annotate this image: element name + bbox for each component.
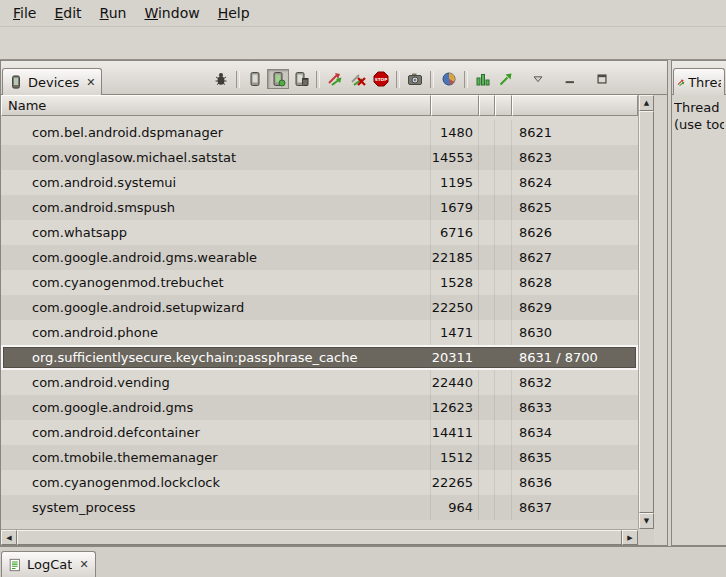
table-row[interactable]: com.vonglasow.michael.satstat 14553 8623 [1,145,638,170]
process-pid: 964 [431,495,479,520]
allocation-tracker-button[interactable] [472,69,494,89]
horizontal-scroll-thumb[interactable] [17,530,622,545]
process-port: 8629 [512,295,638,320]
scroll-down-arrow[interactable]: ▼ [639,513,654,529]
svg-text:STOP: STOP [375,77,388,82]
table-row[interactable]: com.google.android.gms.wearable 22185 86… [1,245,638,270]
process-name: com.android.defcontainer [1,420,431,445]
process-port: 8637 [512,495,638,520]
main-area: Devices ✕ [0,60,726,546]
bug-icon [213,71,229,87]
update-heap-phone-icon [247,71,263,87]
close-icon[interactable]: ✕ [84,76,95,89]
screen-capture-button[interactable] [404,69,426,89]
cause-gc-button[interactable] [290,69,312,89]
devices-panel: Devices ✕ [0,60,668,546]
blank-cell [495,395,512,420]
heap-updates-toggle-button[interactable] [267,69,289,89]
table-row[interactable]: system_process 964 8637 [1,495,638,520]
process-pid: 1679 [431,195,479,220]
process-pid: 22440 [431,370,479,395]
column-header-port[interactable] [512,95,638,116]
table-row[interactable]: com.android.phone 1471 8630 [1,320,638,345]
blank-cell [479,220,495,245]
chevron-down-icon [531,72,545,86]
blank-cell [495,270,512,295]
table-row[interactable]: com.android.smspush 1679 8625 [1,195,638,220]
scroll-left-arrow[interactable]: ◀ [1,530,17,545]
close-icon[interactable]: ✕ [77,558,88,571]
column-header-blank2[interactable] [495,95,512,116]
update-heap-button[interactable] [244,69,266,89]
table-row[interactable]: com.android.vending 22440 8632 [1,370,638,395]
process-name: com.bel.android.dspmanager [1,120,431,145]
system-info-button[interactable] [438,69,460,89]
process-name: com.google.android.gms.wearable [1,245,431,270]
scrollbar-corner [638,529,654,545]
blank-cell [479,395,495,420]
maximize-button[interactable] [591,69,613,89]
toolbar-separator [464,71,468,88]
system-info-pie-icon [441,71,457,87]
minimize-button[interactable] [559,69,581,89]
tab-devices[interactable]: Devices ✕ [2,68,102,95]
table-row[interactable]: com.cyanogenmod.lockclock 22265 8636 [1,470,638,495]
process-pid: 14553 [431,145,479,170]
menu-help[interactable]: Help [209,2,259,24]
method-profiling-button[interactable] [495,69,517,89]
toolbar-separator [316,71,320,88]
menu-edit[interactable]: Edit [45,2,90,24]
blank-cell [479,495,495,520]
view-menu-button[interactable] [527,69,549,89]
table-row[interactable]: com.bel.android.dspmanager 1480 8621 [1,120,638,145]
menu-file[interactable]: File [4,2,45,24]
column-header-blank1[interactable] [479,95,495,116]
scroll-right-arrow[interactable]: ▶ [622,530,638,545]
threads-panel: Threads Thread updates not enabled for s… [671,60,726,546]
process-name: com.tmobile.thememanager [1,445,431,470]
process-name: com.android.vending [1,370,431,395]
menu-bar: FileEditRunWindowHelp [0,0,726,27]
process-pid: 22185 [431,245,479,270]
process-port: 8625 [512,195,638,220]
process-pid: 1195 [431,170,479,195]
threads-message-line1: Thread updates not enabled for selected … [674,99,724,116]
blank-cell [479,345,495,370]
vertical-scroll-thumb[interactable] [639,111,654,513]
table-row[interactable]: com.android.systemui 1195 8624 [1,170,638,195]
table-row[interactable]: com.google.android.setupwizard 22250 862… [1,295,638,320]
table-row[interactable]: com.cyanogenmod.trebuchet 1528 8628 [1,270,638,295]
process-pid: 1471 [431,320,479,345]
scroll-up-arrow[interactable]: ▲ [639,95,654,111]
process-name: com.google.android.gms [1,395,431,420]
table-row[interactable]: com.google.android.gms 12623 8633 [1,395,638,420]
vertical-scrollbar[interactable]: ▲ ▼ [638,95,654,529]
column-header-name[interactable]: Name [1,95,431,116]
update-threads-button[interactable] [324,69,346,89]
blank-cell [495,445,512,470]
table-row[interactable]: com.tmobile.thememanager 1512 8635 [1,445,638,470]
blank-cell [495,470,512,495]
stop-process-button[interactable]: STOP [370,69,392,89]
process-name: com.whatsapp [1,220,431,245]
process-port: 8624 [512,170,638,195]
horizontal-scrollbar[interactable]: ◀ ▶ [1,529,638,545]
debug-process-button[interactable] [210,69,232,89]
blank-cell [479,420,495,445]
tab-logcat[interactable]: LogCat ✕ [1,551,96,577]
process-port: 8631 / 8700 [512,345,638,370]
column-header-pid[interactable] [431,95,479,116]
table-row[interactable]: com.android.defcontainer 14411 8634 [1,420,638,445]
maximize-icon [595,72,609,86]
process-pid: 1528 [431,270,479,295]
menu-window[interactable]: Window [135,2,208,24]
table-body: com.bel.android.dspmanager 1480 8621 com… [1,116,638,529]
blank-cell [479,245,495,270]
table-row[interactable]: org.sufficientlysecure.keychain:passphra… [1,345,638,370]
menu-run[interactable]: Run [91,2,136,24]
toolbar-separator [430,71,434,88]
blank-cell [479,170,495,195]
stop-threads-button[interactable] [347,69,369,89]
tab-threads[interactable]: Threads [673,68,725,95]
table-row[interactable]: com.whatsapp 6716 8626 [1,220,638,245]
